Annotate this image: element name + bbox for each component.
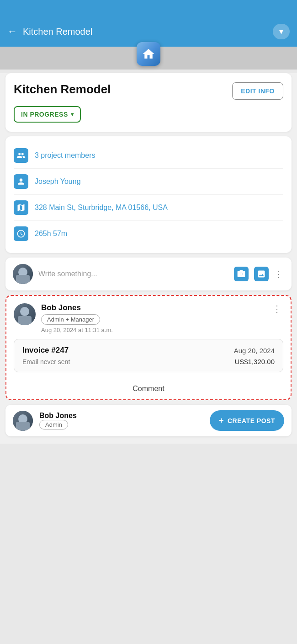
create-post-plus-icon: +	[219, 416, 224, 425]
clock-icon	[14, 226, 28, 241]
status-badge[interactable]: IN PROGRESS ▾	[14, 106, 81, 123]
project-title: Kitchen Remodel	[14, 82, 227, 97]
create-post-button[interactable]: + CREATE POST	[210, 410, 284, 431]
image-button[interactable]	[254, 267, 269, 281]
bottom-user-info: Bob Jones Admin	[39, 412, 203, 429]
comment-section[interactable]: Comment	[6, 378, 291, 399]
info-items-card: 3 project members Joseph Young 328 Main …	[5, 136, 292, 253]
comment-label: Comment	[133, 385, 164, 392]
invoice-card[interactable]: Invoice #247 Aug 20, 2024 Email never se…	[14, 339, 283, 372]
contact-text: Joseph Young	[35, 177, 81, 186]
back-button[interactable]: ←	[7, 26, 17, 38]
main-content: Kitchen Remodel EDIT INFO IN PROGRESS ▾ …	[0, 73, 297, 444]
project-info-card: Kitchen Remodel EDIT INFO IN PROGRESS ▾	[5, 73, 292, 132]
post-card: Bob Jones Admin + Manager Aug 20, 2024 a…	[5, 295, 292, 400]
invoice-date: Aug 20, 2024	[234, 347, 275, 354]
invoice-details-row: Email never sent US$1,320.00	[22, 358, 275, 365]
location-text: 328 Main St, Sturbridge, MA 01566, USA	[35, 204, 168, 212]
home-icon[interactable]	[137, 42, 160, 66]
project-card-header: Kitchen Remodel EDIT INFO	[14, 82, 283, 100]
bottom-user-name: Bob Jones	[39, 412, 203, 420]
invoice-amount: US$1,320.00	[234, 358, 275, 365]
person-icon	[14, 174, 28, 189]
post-author-role: Admin + Manager	[41, 314, 100, 325]
current-user-avatar	[13, 264, 33, 284]
camera-button[interactable]	[234, 267, 249, 281]
post-author-avatar	[14, 303, 36, 325]
location-item[interactable]: 328 Main St, Sturbridge, MA 01566, USA	[14, 195, 283, 221]
status-label: IN PROGRESS	[21, 111, 68, 118]
post-menu-button[interactable]: ⋮	[270, 303, 283, 314]
post-timestamp: Aug 20, 2024 at 11:31 a.m.	[41, 327, 265, 333]
post-author-info: Bob Jones Admin + Manager Aug 20, 2024 a…	[41, 303, 265, 333]
contact-item[interactable]: Joseph Young	[14, 169, 283, 195]
status-bar	[0, 0, 297, 18]
members-item[interactable]: 3 project members	[14, 143, 283, 169]
write-actions: ⋮	[234, 267, 284, 281]
invoice-header-row: Invoice #247 Aug 20, 2024	[22, 346, 275, 355]
post-author-name: Bob Jones	[41, 303, 265, 312]
people-icon	[14, 148, 28, 163]
time-text: 265h 57m	[35, 230, 67, 238]
write-placeholder[interactable]: Write something...	[38, 270, 228, 278]
map-icon	[14, 200, 28, 215]
post-header: Bob Jones Admin + Manager Aug 20, 2024 a…	[6, 296, 291, 333]
more-options-button[interactable]: ⋮	[274, 268, 284, 279]
bottom-user-avatar	[13, 411, 33, 431]
bottom-bar: Bob Jones Admin + CREATE POST	[5, 405, 292, 436]
invoice-number: Invoice #247	[22, 346, 69, 355]
time-item[interactable]: 265h 57m	[14, 221, 283, 247]
home-icon-area	[0, 47, 297, 70]
bottom-user-role: Admin	[39, 420, 68, 429]
header-title: Kitchen Remodel	[23, 27, 273, 37]
svg-point-0	[240, 273, 242, 275]
create-post-label: CREATE POST	[228, 417, 275, 424]
status-arrow-icon: ▾	[71, 111, 74, 118]
invoice-email-status: Email never sent	[22, 358, 70, 365]
members-text: 3 project members	[35, 151, 95, 160]
header-dropdown-button[interactable]: ▾	[273, 24, 290, 39]
edit-info-button[interactable]: EDIT INFO	[232, 82, 283, 100]
write-post-card: Write something... ⋮	[5, 258, 292, 290]
